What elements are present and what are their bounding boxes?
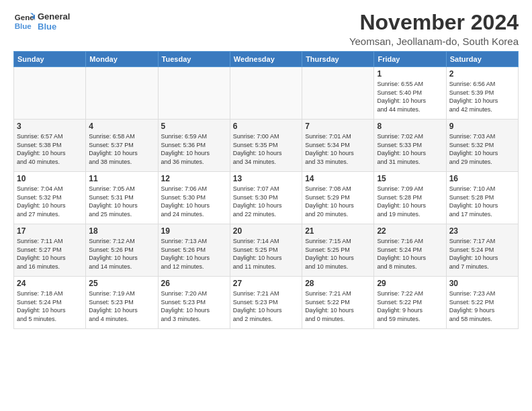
calendar-cell	[158, 67, 230, 120]
day-number: 20	[233, 226, 299, 236]
day-number: 23	[449, 226, 515, 236]
day-number: 25	[89, 279, 154, 288]
calendar-cell: 12Sunrise: 7:06 AM Sunset: 5:30 PM Dayli…	[158, 172, 230, 224]
day-number: 27	[233, 279, 299, 288]
header-monday: Monday	[86, 52, 158, 67]
page: General Blue General Blue November 2024 …	[0, 0, 532, 336]
calendar-cell: 30Sunrise: 7:23 AM Sunset: 5:22 PM Dayli…	[446, 277, 518, 329]
calendar-cell: 4Sunrise: 6:58 AM Sunset: 5:37 PM Daylig…	[86, 120, 158, 172]
day-info: Sunrise: 7:13 AM Sunset: 5:26 PM Dayligh…	[161, 237, 227, 271]
logo-blue: Blue	[38, 21, 70, 32]
calendar-cell: 3Sunrise: 6:57 AM Sunset: 5:38 PM Daylig…	[14, 120, 86, 172]
day-number: 12	[161, 174, 227, 183]
day-number: 11	[89, 174, 154, 183]
day-info: Sunrise: 7:06 AM Sunset: 5:30 PM Dayligh…	[161, 185, 227, 218]
day-info: Sunrise: 7:21 AM Sunset: 5:22 PM Dayligh…	[305, 289, 371, 323]
calendar-cell: 8Sunrise: 7:02 AM Sunset: 5:33 PM Daylig…	[374, 120, 446, 172]
day-info: Sunrise: 7:22 AM Sunset: 5:22 PM Dayligh…	[377, 289, 443, 323]
day-info: Sunrise: 7:21 AM Sunset: 5:23 PM Dayligh…	[233, 289, 299, 323]
day-number: 13	[233, 174, 299, 183]
day-info: Sunrise: 7:04 AM Sunset: 5:32 PM Dayligh…	[17, 185, 83, 218]
calendar-cell	[230, 67, 302, 120]
calendar-cell: 5Sunrise: 6:59 AM Sunset: 5:36 PM Daylig…	[158, 120, 230, 172]
day-info: Sunrise: 7:19 AM Sunset: 5:23 PM Dayligh…	[89, 289, 154, 323]
calendar-cell: 21Sunrise: 7:15 AM Sunset: 5:25 PM Dayli…	[302, 224, 374, 277]
header-thursday: Thursday	[302, 52, 374, 67]
day-number: 8	[377, 122, 443, 131]
title-area: November 2024 Yeomsan, Jeollanam-do, Sou…	[349, 11, 519, 47]
day-info: Sunrise: 7:08 AM Sunset: 5:29 PM Dayligh…	[305, 185, 371, 218]
day-info: Sunrise: 7:11 AM Sunset: 5:27 PM Dayligh…	[17, 237, 83, 271]
calendar-cell: 17Sunrise: 7:11 AM Sunset: 5:27 PM Dayli…	[14, 224, 86, 277]
day-info: Sunrise: 6:56 AM Sunset: 5:39 PM Dayligh…	[449, 80, 515, 113]
day-info: Sunrise: 7:15 AM Sunset: 5:25 PM Dayligh…	[305, 237, 371, 271]
calendar-cell: 18Sunrise: 7:12 AM Sunset: 5:26 PM Dayli…	[86, 224, 158, 277]
day-number: 18	[89, 226, 154, 236]
day-number: 3	[17, 122, 83, 131]
header-row: SundayMondayTuesdayWednesdayThursdayFrid…	[14, 52, 519, 67]
calendar-cell: 14Sunrise: 7:08 AM Sunset: 5:29 PM Dayli…	[302, 172, 374, 224]
day-number: 6	[233, 122, 299, 131]
calendar-cell: 15Sunrise: 7:09 AM Sunset: 5:28 PM Dayli…	[374, 172, 446, 224]
calendar-cell: 1Sunrise: 6:55 AM Sunset: 5:40 PM Daylig…	[374, 67, 446, 120]
day-info: Sunrise: 7:09 AM Sunset: 5:28 PM Dayligh…	[377, 185, 443, 218]
week-row-5: 24Sunrise: 7:18 AM Sunset: 5:24 PM Dayli…	[14, 277, 519, 329]
calendar-cell: 10Sunrise: 7:04 AM Sunset: 5:32 PM Dayli…	[14, 172, 86, 224]
header: General Blue General Blue November 2024 …	[13, 11, 519, 47]
day-number: 4	[89, 122, 154, 131]
day-info: Sunrise: 7:02 AM Sunset: 5:33 PM Dayligh…	[377, 132, 443, 166]
calendar-cell: 13Sunrise: 7:07 AM Sunset: 5:30 PM Dayli…	[230, 172, 302, 224]
calendar-cell: 16Sunrise: 7:10 AM Sunset: 5:28 PM Dayli…	[446, 172, 518, 224]
calendar-cell: 19Sunrise: 7:13 AM Sunset: 5:26 PM Dayli…	[158, 224, 230, 277]
calendar-cell	[14, 67, 86, 120]
calendar-table: SundayMondayTuesdayWednesdayThursdayFrid…	[13, 51, 519, 329]
day-number: 7	[305, 122, 371, 131]
day-number: 22	[377, 226, 443, 236]
header-sunday: Sunday	[14, 52, 86, 67]
day-number: 1	[377, 69, 443, 79]
day-info: Sunrise: 7:01 AM Sunset: 5:34 PM Dayligh…	[305, 132, 371, 166]
day-number: 10	[17, 174, 83, 183]
day-info: Sunrise: 7:12 AM Sunset: 5:26 PM Dayligh…	[89, 237, 154, 271]
day-info: Sunrise: 7:18 AM Sunset: 5:24 PM Dayligh…	[17, 289, 83, 323]
day-number: 16	[449, 174, 515, 183]
day-info: Sunrise: 7:20 AM Sunset: 5:23 PM Dayligh…	[161, 289, 227, 323]
day-info: Sunrise: 6:55 AM Sunset: 5:40 PM Dayligh…	[377, 80, 443, 113]
calendar-cell: 22Sunrise: 7:16 AM Sunset: 5:24 PM Dayli…	[374, 224, 446, 277]
calendar-cell: 20Sunrise: 7:14 AM Sunset: 5:25 PM Dayli…	[230, 224, 302, 277]
header-saturday: Saturday	[446, 52, 518, 67]
logo: General Blue General Blue	[13, 11, 70, 32]
day-info: Sunrise: 7:16 AM Sunset: 5:24 PM Dayligh…	[377, 237, 443, 271]
svg-text:Blue: Blue	[15, 22, 32, 30]
calendar-cell: 2Sunrise: 6:56 AM Sunset: 5:39 PM Daylig…	[446, 67, 518, 120]
day-number: 2	[449, 69, 515, 79]
calendar-cell	[302, 67, 374, 120]
day-info: Sunrise: 7:05 AM Sunset: 5:31 PM Dayligh…	[89, 185, 154, 218]
calendar-cell: 27Sunrise: 7:21 AM Sunset: 5:23 PM Dayli…	[230, 277, 302, 329]
day-info: Sunrise: 7:10 AM Sunset: 5:28 PM Dayligh…	[449, 185, 515, 218]
day-number: 21	[305, 226, 371, 236]
calendar-cell: 28Sunrise: 7:21 AM Sunset: 5:22 PM Dayli…	[302, 277, 374, 329]
day-info: Sunrise: 7:17 AM Sunset: 5:24 PM Dayligh…	[449, 237, 515, 271]
calendar-cell: 23Sunrise: 7:17 AM Sunset: 5:24 PM Dayli…	[446, 224, 518, 277]
day-info: Sunrise: 7:00 AM Sunset: 5:35 PM Dayligh…	[233, 132, 299, 166]
day-number: 14	[305, 174, 371, 183]
day-info: Sunrise: 6:57 AM Sunset: 5:38 PM Dayligh…	[17, 132, 83, 166]
logo-general: General	[38, 11, 70, 21]
week-row-1: 1Sunrise: 6:55 AM Sunset: 5:40 PM Daylig…	[14, 67, 519, 120]
week-row-4: 17Sunrise: 7:11 AM Sunset: 5:27 PM Dayli…	[14, 224, 519, 277]
calendar-cell: 24Sunrise: 7:18 AM Sunset: 5:24 PM Dayli…	[14, 277, 86, 329]
day-number: 28	[305, 279, 371, 288]
calendar-cell: 29Sunrise: 7:22 AM Sunset: 5:22 PM Dayli…	[374, 277, 446, 329]
day-number: 9	[449, 122, 515, 131]
day-info: Sunrise: 6:58 AM Sunset: 5:37 PM Dayligh…	[89, 132, 154, 166]
day-number: 5	[161, 122, 227, 131]
day-info: Sunrise: 7:07 AM Sunset: 5:30 PM Dayligh…	[233, 185, 299, 218]
calendar-cell: 11Sunrise: 7:05 AM Sunset: 5:31 PM Dayli…	[86, 172, 158, 224]
logo-icon: General Blue	[13, 11, 35, 32]
day-number: 30	[449, 279, 515, 288]
day-number: 24	[17, 279, 83, 288]
header-tuesday: Tuesday	[158, 52, 230, 67]
week-row-3: 10Sunrise: 7:04 AM Sunset: 5:32 PM Dayli…	[14, 172, 519, 224]
calendar-cell: 25Sunrise: 7:19 AM Sunset: 5:23 PM Dayli…	[86, 277, 158, 329]
